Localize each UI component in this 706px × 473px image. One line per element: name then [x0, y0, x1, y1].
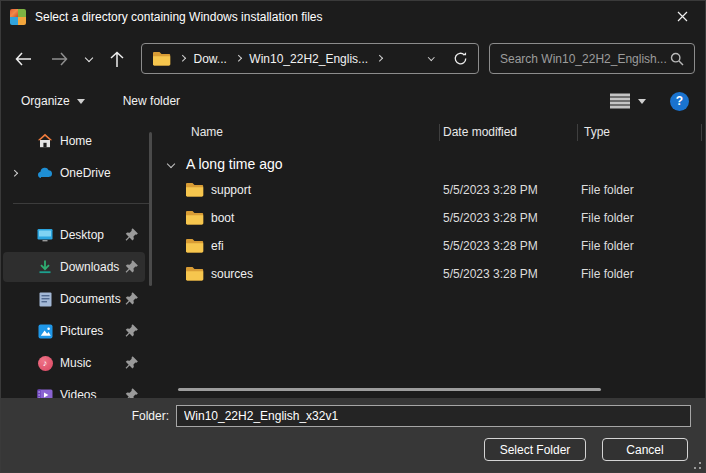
up-button[interactable] — [103, 45, 131, 73]
column-header-name[interactable]: Name — [191, 125, 223, 139]
sidebar-item-label: Music — [60, 356, 91, 370]
new-folder-button[interactable]: New folder — [113, 89, 190, 113]
navigation-toolbar: Dow... Win10_22H2_Englis... — [1, 41, 705, 77]
sidebar-scrollbar[interactable] — [149, 132, 152, 286]
search-input[interactable] — [500, 52, 670, 66]
column-header-type[interactable]: Type — [584, 125, 610, 139]
details-view-icon — [610, 93, 630, 109]
folder-icon — [185, 182, 204, 200]
search-box — [489, 43, 695, 74]
videos-icon — [37, 387, 53, 398]
column-separator[interactable] — [701, 124, 702, 141]
column-header-row: Name Date modified Type Size — [161, 119, 706, 145]
file-type: File folder — [581, 183, 634, 197]
file-type: File folder — [581, 267, 634, 281]
folder-name-input[interactable] — [176, 405, 691, 427]
group-label: A long time ago — [186, 156, 283, 172]
documents-icon — [37, 291, 53, 307]
pin-icon — [124, 387, 139, 398]
chevron-down-icon — [85, 53, 93, 61]
close-button[interactable] — [659, 1, 705, 32]
sidebar-item-home[interactable]: Home — [3, 126, 145, 156]
folder-icon — [185, 266, 204, 284]
music-icon: ♪ — [37, 355, 53, 371]
search-icon[interactable] — [670, 52, 684, 66]
file-date-modified: 5/5/2023 3:28 PM — [443, 239, 538, 253]
sidebar-item-label: Desktop — [60, 228, 104, 242]
close-icon — [677, 11, 688, 22]
file-row-boot[interactable]: boot 5/5/2023 3:28 PM File folder — [161, 204, 705, 232]
expand-chevron-icon[interactable] — [12, 171, 22, 176]
organize-button[interactable]: Organize — [11, 89, 95, 113]
app-icon — [10, 9, 26, 25]
arrow-left-icon — [15, 52, 32, 66]
folder-icon — [185, 238, 204, 256]
file-type: File folder — [581, 211, 634, 225]
command-bar: Organize New folder ? — [1, 85, 705, 117]
sidebar-item-pictures[interactable]: Pictures — [3, 316, 145, 346]
file-list: Name Date modified Type Size A long time… — [161, 119, 706, 398]
question-mark-icon: ? — [676, 94, 683, 108]
content-area: Home OneDrive Desktop — [1, 119, 706, 398]
collapse-chevron-icon — [167, 160, 175, 168]
file-row-support[interactable]: support 5/5/2023 3:28 PM File folder — [161, 176, 705, 204]
file-date-modified: 5/5/2023 3:28 PM — [443, 211, 538, 225]
file-row-sources[interactable]: sources 5/5/2023 3:28 PM File folder — [161, 260, 705, 288]
file-name: support — [211, 183, 251, 197]
breadcrumb-segment[interactable]: Win10_22H2_Englis... — [249, 52, 368, 66]
dialog-footer: Folder: Select Folder Cancel — [1, 398, 706, 473]
pin-icon — [124, 259, 139, 274]
sidebar-divider — [13, 203, 149, 204]
view-options-button[interactable] — [604, 89, 652, 113]
downloads-icon — [37, 259, 53, 275]
breadcrumb-segment[interactable]: Dow... — [194, 52, 227, 66]
cancel-button[interactable]: Cancel — [602, 438, 688, 461]
folder-icon — [185, 210, 204, 228]
column-separator[interactable] — [577, 124, 578, 141]
horizontal-scrollbar[interactable] — [178, 388, 601, 391]
address-bar[interactable]: Dow... Win10_22H2_Englis... — [141, 43, 479, 74]
new-folder-label: New folder — [123, 94, 180, 108]
file-date-modified: 5/5/2023 3:28 PM — [443, 267, 538, 281]
pictures-icon — [37, 323, 53, 339]
home-icon — [37, 133, 53, 149]
column-separator[interactable] — [439, 124, 440, 141]
address-dropdown-icon[interactable] — [428, 54, 434, 60]
sidebar-item-downloads[interactable]: Downloads — [3, 252, 145, 282]
sidebar-item-label: Videos — [60, 388, 96, 398]
chevron-right-icon — [376, 55, 382, 61]
pin-icon — [124, 227, 139, 242]
column-header-date-modified[interactable]: Date modified — [443, 125, 517, 139]
title-bar: Select a directory containing Windows in… — [1, 1, 705, 33]
sidebar-item-documents[interactable]: Documents — [3, 284, 145, 314]
sidebar-item-music[interactable]: ♪ Music — [3, 348, 145, 378]
group-header[interactable]: A long time ago — [161, 152, 283, 176]
file-row-efi[interactable]: efi 5/5/2023 3:28 PM File folder — [161, 232, 705, 260]
pin-icon — [124, 323, 139, 338]
navigation-pane: Home OneDrive Desktop — [1, 119, 161, 398]
refresh-icon[interactable] — [453, 51, 468, 66]
caret-down-icon — [638, 99, 646, 104]
file-dialog-window: Select a directory containing Windows in… — [0, 0, 706, 473]
file-type: File folder — [581, 239, 634, 253]
sidebar-item-desktop[interactable]: Desktop — [3, 220, 145, 250]
onedrive-cloud-icon — [37, 165, 53, 181]
sidebar-item-label: Pictures — [60, 324, 103, 338]
sidebar-item-label: Documents — [60, 292, 121, 306]
resize-grip[interactable] — [699, 467, 701, 469]
pin-icon — [124, 355, 139, 370]
select-folder-button[interactable]: Select Folder — [484, 438, 586, 461]
sidebar-item-videos[interactable]: Videos — [3, 380, 145, 398]
sidebar-item-onedrive[interactable]: OneDrive — [3, 158, 145, 188]
desktop-icon — [37, 227, 53, 243]
recent-locations-button[interactable] — [79, 45, 99, 73]
back-button[interactable] — [9, 45, 37, 73]
help-button[interactable]: ? — [670, 92, 689, 111]
forward-button[interactable] — [45, 45, 73, 73]
folder-field-label: Folder: — [1, 409, 169, 423]
arrow-right-icon — [51, 52, 68, 66]
file-date-modified: 5/5/2023 3:28 PM — [443, 183, 538, 197]
caret-down-icon — [77, 99, 85, 104]
chevron-right-icon — [179, 55, 185, 61]
music-note-glyph: ♪ — [43, 358, 48, 368]
